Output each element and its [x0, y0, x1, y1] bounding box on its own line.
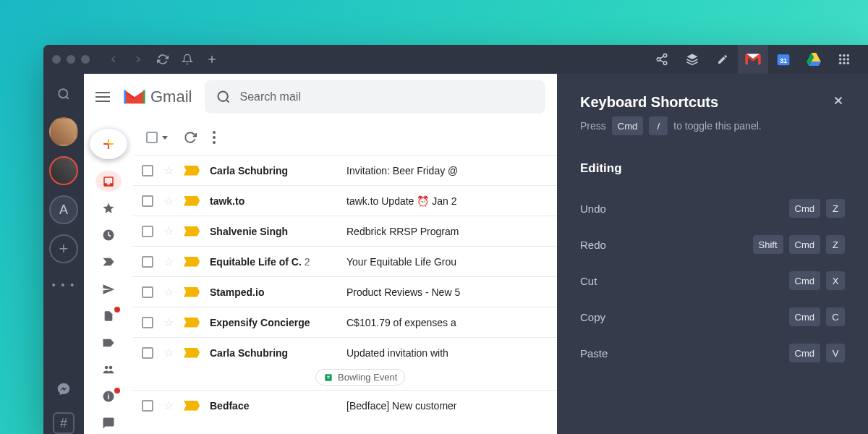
rail-search-icon[interactable] [51, 81, 77, 107]
important-marker[interactable] [184, 196, 200, 206]
gmail-header: Gmail Search mail [84, 74, 557, 120]
sidebar-drafts[interactable] [95, 305, 122, 326]
notifications-button[interactable] [175, 47, 200, 72]
sidebar-inbox[interactable] [95, 171, 122, 192]
email-row[interactable]: ☆Equitable Life of C. 2Your Equitable Li… [133, 246, 557, 276]
sidebar-sent[interactable] [95, 278, 122, 299]
reload-button[interactable] [150, 47, 175, 72]
svg-point-22 [59, 89, 67, 98]
kbd-key: Shift [753, 235, 783, 254]
svg-marker-7 [687, 54, 698, 60]
sidebar-snoozed[interactable] [95, 225, 122, 246]
svg-point-13 [839, 54, 842, 57]
titlebar: 31 [43, 45, 868, 74]
slack-icon[interactable]: # [53, 412, 75, 434]
maximize-window[interactable] [81, 55, 90, 64]
kbd-key: Cmd [789, 271, 820, 290]
important-marker[interactable] [184, 226, 200, 237]
email-row[interactable]: ☆tawk.totawk.to Update ⏰ Jan 2 [133, 185, 557, 216]
nav-forward-button[interactable] [126, 47, 150, 72]
email-subject: Your Equitable Life Grou [346, 256, 548, 268]
star-icon[interactable]: ☆ [163, 346, 174, 359]
app-edit[interactable] [707, 45, 738, 74]
star-icon[interactable]: ☆ [163, 224, 174, 238]
svg-line-23 [66, 96, 68, 98]
star-icon[interactable]: ☆ [163, 163, 174, 177]
email-row[interactable]: ☆Bedface[Bedface] New customer [133, 390, 557, 420]
important-marker[interactable] [184, 318, 200, 328]
app-drive[interactable] [799, 45, 829, 74]
email-row[interactable]: ☆Carla SchubringUpdated invitation with [133, 337, 557, 367]
messenger-icon[interactable] [51, 376, 77, 402]
more-menu[interactable] [213, 131, 216, 144]
rail-more[interactable]: • • • [52, 279, 75, 291]
close-window[interactable] [52, 55, 61, 64]
shortcut-action: Cut [580, 275, 597, 287]
svg-text:i: i [108, 392, 110, 401]
search-mail-input[interactable]: Search mail [205, 80, 545, 114]
star-icon[interactable]: ☆ [163, 399, 174, 412]
gmail-title: Gmail [150, 88, 192, 106]
select-all-checkbox[interactable] [146, 132, 168, 143]
refresh-icon[interactable] [184, 131, 197, 144]
svg-point-14 [843, 54, 846, 57]
app-layers[interactable] [677, 45, 707, 74]
shortcut-action: Undo [580, 203, 606, 215]
email-sender: Carla Schubring [210, 165, 336, 176]
row-checkbox[interactable] [142, 226, 153, 237]
add-workspace-button[interactable]: + [49, 234, 78, 263]
email-row[interactable]: ☆Shalvenie SinghRedbrick RRSP Program [133, 216, 557, 246]
workspace-avatar-3[interactable]: A [49, 195, 78, 224]
svg-point-3 [657, 58, 660, 61]
compose-button[interactable]: + [90, 129, 127, 159]
important-marker[interactable] [184, 287, 200, 297]
row-checkbox[interactable] [142, 317, 153, 328]
attachment-chip[interactable]: Bowling Event [315, 369, 405, 386]
app-calendar[interactable]: 31 [768, 45, 799, 74]
star-icon[interactable]: ☆ [163, 255, 174, 268]
row-checkbox[interactable] [142, 400, 153, 412]
workspace-avatar-1[interactable] [49, 117, 78, 146]
kbd-key: Cmd [789, 235, 820, 254]
star-icon[interactable]: ☆ [163, 315, 174, 329]
star-icon[interactable]: ☆ [163, 285, 174, 299]
kbd-key: Cmd [789, 199, 820, 218]
row-checkbox[interactable] [142, 347, 153, 359]
new-tab-button[interactable] [200, 47, 224, 72]
email-subject: Invitation: Beer Friday @ [346, 165, 548, 176]
star-icon[interactable]: ☆ [163, 194, 174, 208]
nav-back-button[interactable] [101, 47, 126, 72]
sidebar-starred[interactable] [95, 197, 122, 218]
gmail-app: Gmail Search mail + [84, 74, 557, 434]
sidebar-important[interactable] [95, 252, 122, 273]
important-marker[interactable] [184, 257, 200, 267]
app-share[interactable] [647, 45, 677, 74]
svg-point-4 [663, 61, 667, 65]
app-gmail[interactable] [738, 45, 768, 74]
sidebar-contacts[interactable] [95, 359, 122, 380]
important-marker[interactable] [184, 348, 200, 358]
gmail-toolbar [133, 120, 557, 155]
sidebar-info[interactable]: i [95, 386, 122, 407]
row-checkbox[interactable] [142, 286, 153, 298]
app-grid[interactable] [829, 45, 859, 74]
row-checkbox[interactable] [142, 195, 153, 207]
important-marker[interactable] [184, 401, 200, 411]
workspace-avatar-2[interactable] [49, 156, 78, 185]
row-checkbox[interactable] [142, 256, 153, 268]
email-row[interactable]: ☆Expensify ConciergeC$101.79 of expenses… [133, 307, 557, 337]
svg-line-5 [660, 60, 663, 62]
email-row[interactable]: ☆Carla SchubringInvitation: Beer Friday … [133, 155, 557, 185]
minimize-window[interactable] [67, 55, 75, 64]
email-row[interactable]: ☆Stamped.ioProduct Reviews - New 5 [133, 276, 557, 307]
sidebar-chat[interactable] [95, 413, 122, 434]
email-subject: [Bedface] New customer [346, 400, 548, 412]
shortcuts-section-title: Editing [580, 161, 845, 176]
close-panel-button[interactable] [832, 94, 845, 110]
hamburger-menu[interactable] [95, 92, 110, 102]
email-sender: tawk.to [210, 195, 336, 207]
important-marker[interactable] [184, 166, 200, 176]
sidebar-labels[interactable] [95, 332, 122, 353]
shortcuts-rows: UndoCmdZRedoShiftCmdZCutCmdXCopyCmdCPast… [580, 190, 845, 371]
row-checkbox[interactable] [142, 165, 153, 176]
